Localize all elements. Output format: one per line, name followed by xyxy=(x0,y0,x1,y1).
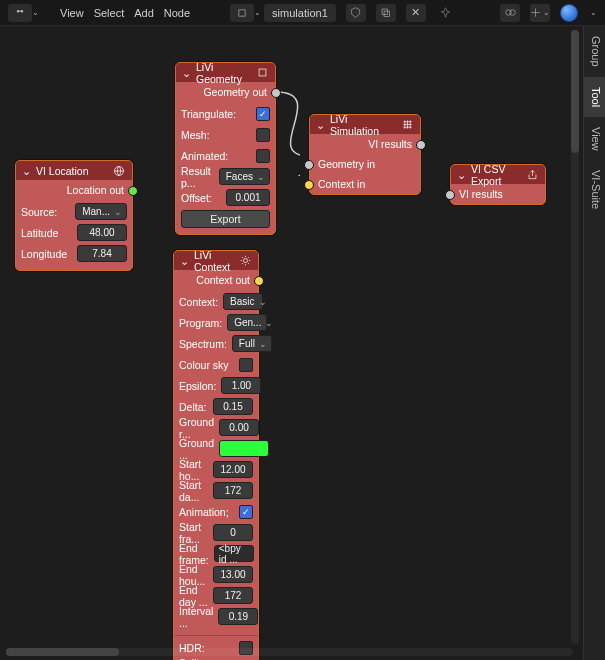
globe-icon[interactable] xyxy=(560,4,578,22)
tab-group[interactable]: Group xyxy=(584,26,605,77)
prop-label: Epsilon: xyxy=(179,380,216,392)
svg-line-15 xyxy=(242,257,243,258)
collapse-icon[interactable]: ⌄ xyxy=(182,67,192,79)
svg-line-16 xyxy=(247,263,248,264)
socket-label: Geometry out xyxy=(203,86,267,98)
collapse-icon[interactable]: ⌄ xyxy=(316,119,326,131)
node-header[interactable]: ⌄ VI Location xyxy=(16,161,132,180)
triangulate-check[interactable] xyxy=(256,107,270,121)
longitude-input[interactable]: 7.84 xyxy=(77,245,127,262)
prop-label: Longitude xyxy=(21,248,72,260)
prop-label: Start da... xyxy=(179,479,208,503)
pin-icon[interactable] xyxy=(436,4,456,22)
globe-icon xyxy=(112,164,126,178)
mesh-check[interactable] xyxy=(256,128,270,142)
svg-point-7 xyxy=(509,10,515,16)
node-livi-context[interactable]: ⌄ LiVi Context Context out Context:Basic… xyxy=(173,250,259,660)
number-input[interactable]: 172 xyxy=(213,587,253,604)
result-select[interactable]: Faces xyxy=(219,168,270,185)
prop-label: Result p... xyxy=(181,165,214,189)
node-livi-simulation[interactable]: ⌄ LiVi Simulation VI results Geometry in… xyxy=(309,114,421,195)
menu-node[interactable]: Node xyxy=(164,0,190,26)
offset-input[interactable]: 0.001 xyxy=(226,189,270,206)
source-select[interactable]: Man... xyxy=(75,203,127,220)
svg-rect-3 xyxy=(239,9,245,15)
node-header[interactable]: ⌄ VI CSV Export xyxy=(451,165,545,184)
socket-label: Context out xyxy=(196,274,250,286)
in-results: VI results xyxy=(451,184,545,204)
animated-check[interactable] xyxy=(256,149,270,163)
prop-label: Delta: xyxy=(179,401,208,413)
nodetree-type-dropdown[interactable]: ⌄ xyxy=(230,4,254,22)
snap-icon[interactable]: ⌄ xyxy=(530,4,550,22)
editor-type-dropdown[interactable]: ⌄ xyxy=(8,4,32,22)
close-icon[interactable]: ✕ xyxy=(406,4,426,22)
socket-in[interactable] xyxy=(445,190,455,200)
node-header[interactable]: ⌄ LiVi Context xyxy=(174,251,258,270)
in-context: Context in xyxy=(310,174,420,194)
color-swatch[interactable] xyxy=(219,440,269,457)
latitude-input[interactable]: 48.00 xyxy=(77,224,127,241)
out-context: Context out xyxy=(174,270,258,290)
number-input[interactable]: 13.00 xyxy=(213,566,253,583)
number-input[interactable]: 0.00 xyxy=(219,419,259,436)
select[interactable]: Gen... xyxy=(227,314,267,331)
menu-view[interactable]: View xyxy=(60,0,84,26)
number-input[interactable]: 0 xyxy=(213,524,253,541)
collapse-icon[interactable]: ⌄ xyxy=(22,165,32,177)
menu-select[interactable]: Select xyxy=(94,0,125,26)
number-input[interactable]: 0.19 xyxy=(218,608,258,625)
shield-icon[interactable] xyxy=(346,4,366,22)
socket-in[interactable] xyxy=(304,160,314,170)
node-vi-csv-export[interactable]: ⌄ VI CSV Export VI results xyxy=(450,164,546,205)
socket-out[interactable] xyxy=(254,276,264,286)
grid-icon xyxy=(400,118,414,132)
select[interactable]: Basic xyxy=(223,293,263,310)
prop-label: Mesh: xyxy=(181,129,251,141)
globe-caret[interactable]: ⌄ xyxy=(590,8,597,17)
checkbox[interactable] xyxy=(239,358,253,372)
socket-label: VI results xyxy=(459,188,503,200)
number-input[interactable]: 1.00 xyxy=(221,377,261,394)
tab-view[interactable]: View xyxy=(584,117,605,161)
duplicate-icon[interactable] xyxy=(376,4,396,22)
node-vi-location[interactable]: ⌄ VI Location Location out Source: Man..… xyxy=(15,160,133,271)
select[interactable]: Full xyxy=(232,335,272,352)
socket-in[interactable] xyxy=(304,180,314,190)
socket-out[interactable] xyxy=(416,140,426,150)
node-livi-geometry[interactable]: ⌄ LiVi Geometry Geometry out Triangulate… xyxy=(175,62,276,235)
socket-out[interactable] xyxy=(271,88,281,98)
node-title: LiVi Context xyxy=(194,249,234,273)
number-input[interactable]: 172 xyxy=(213,482,253,499)
tab-tool[interactable]: Tool xyxy=(584,77,605,117)
prop-label: Source: xyxy=(21,206,70,218)
prop-label: Latitude xyxy=(21,227,72,239)
collapse-icon[interactable]: ⌄ xyxy=(457,169,467,181)
node-title: VI Location xyxy=(36,165,108,177)
svg-rect-4 xyxy=(382,9,388,15)
side-tabs: Group Tool View VI-Suite xyxy=(583,26,605,660)
collapse-icon[interactable]: ⌄ xyxy=(180,255,190,267)
socket-label: Context in xyxy=(318,178,365,190)
number-input[interactable]: 12.00 xyxy=(213,461,253,478)
horizontal-scrollbar[interactable] xyxy=(6,648,573,656)
tab-vi-suite[interactable]: VI-Suite xyxy=(584,160,605,219)
socket-label: VI results xyxy=(368,138,412,150)
node-header[interactable]: ⌄ LiVi Simulation xyxy=(310,115,420,134)
number-input[interactable]: 0.15 xyxy=(213,398,253,415)
out-location: Location out xyxy=(16,180,132,200)
menu-add[interactable]: Add xyxy=(134,0,154,26)
overlay-icon[interactable] xyxy=(500,4,520,22)
socket-label: Geometry in xyxy=(318,158,375,170)
export-button[interactable]: Export xyxy=(181,210,270,228)
svg-line-17 xyxy=(242,263,243,264)
node-header[interactable]: ⌄ LiVi Geometry xyxy=(176,63,275,82)
nodetree-name[interactable]: simulation1 xyxy=(264,4,336,22)
prop-label: Context: xyxy=(179,296,218,308)
socket-out[interactable] xyxy=(128,186,138,196)
vertical-scrollbar[interactable] xyxy=(571,30,579,644)
node-canvas[interactable]: ⌄ VI Location Location out Source: Man..… xyxy=(0,26,583,660)
checkbox[interactable] xyxy=(239,505,253,519)
text-field[interactable]: <bpy id ... xyxy=(214,545,254,562)
sun-icon xyxy=(238,254,252,268)
